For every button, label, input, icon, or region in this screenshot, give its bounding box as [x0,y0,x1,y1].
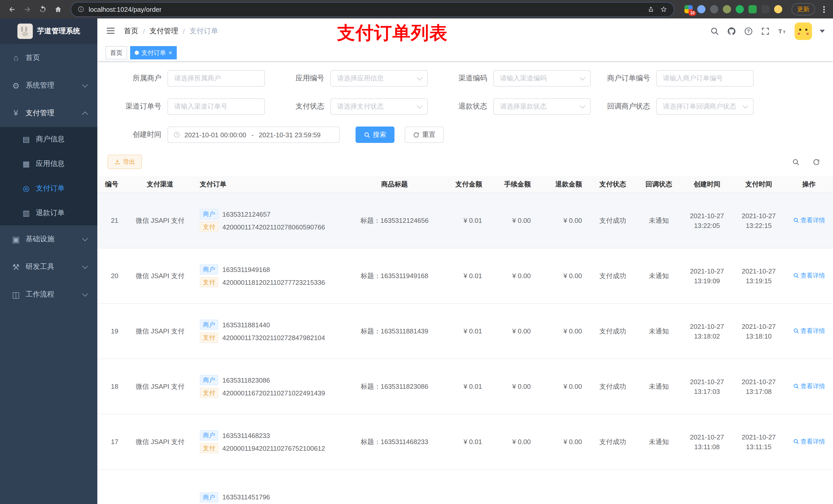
breadcrumb-home[interactable]: 首页 [124,27,138,36]
filter-item-app: 应用编号 请选择应用信息 [270,70,428,87]
view-detail-link[interactable]: 查看详情 [793,437,825,446]
cell-notify-status: 未通知 [636,271,681,281]
filter-item-merchant: 所属商户 请选择所属商户 [108,70,265,87]
column-header: 回调状态 [636,180,681,189]
extension-icon[interactable] [710,5,718,13]
sidebar-item-workflow[interactable]: ◫ 工作流程 [0,281,97,308]
reload-icon[interactable] [36,3,49,16]
cell-notify-status: 未通知 [636,382,681,391]
view-detail-link[interactable]: 查看详情 [793,382,825,391]
table-toolbar: 导出 [97,155,833,169]
github-icon[interactable] [727,27,736,36]
breadcrumb-payment[interactable]: 支付管理 [149,27,178,36]
home-icon[interactable] [51,3,65,16]
help-icon[interactable]: ? [744,27,753,36]
active-tab-dot [135,50,139,54]
main-content: 首页 / 支付管理 / 支付订单 支付订单列表 ? [97,19,833,504]
sidebar-item-label: 首页 [26,53,40,63]
cell-pay-time: 2021-10-2713:11:15 [733,432,785,452]
forward-icon[interactable] [21,3,34,16]
sidebar-item-label: 工作流程 [26,290,54,299]
address-actions [647,5,668,13]
back-icon[interactable] [5,3,19,16]
filter-item-create-time: 创建时间 2021-10-01 00:00:00 - 2021-10-31 23… [108,126,340,143]
tab-home[interactable]: 首页 [105,46,127,59]
view-detail-link[interactable]: 查看详情 [793,327,825,335]
notify-status-select[interactable]: 请选择订单回调商户状态 [656,98,754,115]
sidebar-item-infrastructure[interactable]: ▣ 基础设施 [0,225,97,253]
table-row[interactable]: 17微信 JSAPI 支付商户1635311468233支付4200001194… [97,414,833,470]
extension-icon[interactable] [761,5,769,13]
sidebar-item-system[interactable]: ⚙ 系统管理 [0,72,97,99]
pay-tag: 支付 [200,388,218,398]
column-header: 手续金额 [489,180,538,189]
profile-avatar-icon[interactable] [774,5,782,13]
app-select[interactable]: 请选择应用信息 [330,70,428,87]
show-search-icon[interactable] [789,155,802,169]
column-header: 退款金额 [538,180,589,189]
view-detail-link[interactable]: 查看详情 [793,271,825,280]
table-row[interactable]: 19微信 JSAPI 支付商户1635311881440支付4200001173… [97,304,833,359]
table-row[interactable]: 21微信 JSAPI 支付商户1635312124657支付4200001174… [97,193,833,248]
extension-icon[interactable] [697,5,706,13]
font-size-icon[interactable]: TT [778,27,787,36]
cell-refund-amount: ¥ 0.00 [538,217,589,224]
address-bar[interactable]: localhost:1024/pay/order [71,2,674,17]
sidebar-item-dev-tools[interactable]: ⚒ 研发工具 [0,253,97,281]
chevron-down-icon [82,263,88,269]
refresh-table-icon[interactable] [809,155,823,169]
sidebar-item-merchant-info[interactable]: ▤ 商户信息 [0,127,97,152]
filter-label: 应用编号 [270,74,330,83]
sidebar-item-app-info[interactable]: ▦ 应用信息 [0,152,97,176]
share-icon[interactable] [647,5,655,13]
pay-tag: 支付 [200,222,218,232]
view-detail-link[interactable]: 查看详情 [793,216,825,225]
channel-order-no-input[interactable]: 请输入渠道订单号 [168,98,265,115]
merchant-order-no: 1635311451796 [222,493,270,501]
create-time-range-picker[interactable]: 2021-10-01 00:00:00 - 2021-10-31 23:59:5… [168,126,340,143]
user-avatar[interactable] [794,23,812,40]
sidebar-item-home[interactable]: ⌂ 首页 [0,44,97,72]
bookmark-star-icon[interactable] [660,5,668,13]
sidebar-item-label: 支付管理 [26,109,54,118]
info-icon[interactable] [77,6,85,13]
table-row[interactable]: 18微信 JSAPI 支付商户1635311823086支付4200001167… [97,359,833,414]
cell-goods-title: 标题：1635311949168 [348,271,441,281]
extension-icon[interactable] [723,5,731,13]
refund-status-select[interactable]: 请选择退款状态 [493,98,591,115]
fullscreen-icon[interactable] [761,27,770,36]
reset-button[interactable]: 重置 [405,126,444,143]
sidebar-item-pay-order[interactable]: ◎ 支付订单 [0,176,97,201]
avatar-dropdown-caret-icon[interactable] [820,30,825,33]
browser-update-button[interactable]: 更新 [791,3,815,15]
target-icon: ◎ [21,184,32,193]
search-icon [364,131,371,138]
table-row[interactable]: 商户1635311451796 [97,470,833,504]
extension-icon[interactable] [748,5,757,13]
extension-badge: 10 [689,11,696,16]
pay-status-select[interactable]: 请选择支付状态 [330,98,428,115]
search-icon[interactable] [710,27,719,36]
tab-pay-order[interactable]: 支付订单 × [130,46,177,59]
search-button[interactable]: 搜索 [356,126,395,143]
cell-channel: 微信 JSAPI 支付 [125,382,195,391]
cell-refund-amount: ¥ 0.00 [538,272,589,280]
chevron-down-icon [82,291,88,296]
sidebar-toggle-icon[interactable] [105,26,117,37]
extension-icon[interactable]: 10 [685,5,693,13]
table-row[interactable]: 20微信 JSAPI 支付商户1635311949168支付4200001181… [97,248,833,304]
browser-menu-icon[interactable] [820,6,828,13]
extension-icon[interactable] [736,5,744,13]
merchant-select[interactable]: 请选择所属商户 [168,70,265,87]
cell-channel: 微信 JSAPI 支付 [125,327,195,336]
cell-fee-amount: ¥ 0.00 [489,438,538,446]
briefcase-icon: ◫ [10,290,22,299]
navbar: 首页 / 支付管理 / 支付订单 支付订单列表 ? [97,19,833,44]
sidebar-item-refund-order[interactable]: ▥ 退款订单 [0,201,97,225]
export-button[interactable]: 导出 [108,155,142,169]
channel-code-select[interactable]: 请输入渠道编码 [493,70,591,87]
logo[interactable]: 芋道管理系统 [0,19,97,44]
sidebar-item-payment[interactable]: ¥ 支付管理 [0,99,97,127]
merchant-order-no-input[interactable]: 请输入商户订单编号 [656,70,754,87]
close-icon[interactable]: × [169,49,172,55]
